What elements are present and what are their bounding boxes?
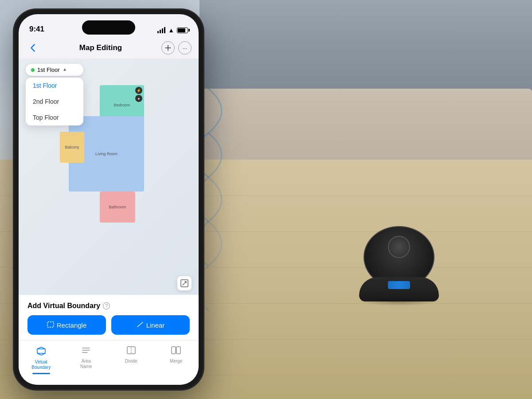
virtual-boundary-tab-icon — [36, 346, 47, 358]
robot-indicator — [388, 281, 410, 289]
divide-tab-label: Divide — [125, 359, 137, 364]
divide-tab-icon — [126, 346, 136, 357]
linear-icon — [137, 321, 144, 329]
room-bathroom[interactable]: Bathroom — [100, 192, 135, 223]
area-name-tab-icon — [81, 346, 91, 357]
floor-item-1st[interactable]: 1st Floor — [26, 78, 83, 94]
svg-rect-8 — [176, 347, 180, 354]
tab-divide[interactable]: Divide — [109, 344, 154, 376]
tab-merge[interactable]: Merge — [154, 344, 199, 376]
linear-button[interactable]: Linear — [111, 315, 190, 335]
nav-bar: Map Editing ··· — [19, 37, 199, 59]
tab-area-name[interactable]: AreaName — [64, 344, 109, 376]
robot-shadow — [359, 297, 439, 306]
bedroom-label: Bedroom — [114, 103, 130, 107]
dynamic-island — [82, 20, 135, 35]
room-balcony[interactable]: Balcony — [60, 132, 84, 163]
floor-selector-label: 1st Floor — [37, 66, 60, 73]
help-icon: ? — [105, 304, 108, 309]
map-area: 1st Floor ▼ 1st Floor 2nd Floor Top Floo… — [19, 59, 199, 295]
more-button[interactable]: ··· — [178, 41, 192, 55]
bottom-panel: Add Virtual Boundary ? Recta — [19, 295, 199, 385]
wifi-icon: ▲ — [168, 27, 174, 34]
battery-icon — [177, 27, 188, 33]
status-time: 9:41 — [29, 25, 44, 34]
status-icons: ▲ — [157, 27, 188, 34]
nav-title: Map Editing — [79, 43, 122, 52]
merge-tab-label: Merge — [170, 359, 182, 364]
svg-rect-7 — [172, 347, 176, 354]
bedroom-icon-1: ⚡ — [135, 87, 142, 94]
svg-rect-1 — [47, 322, 54, 327]
linear-label: Linear — [146, 321, 165, 329]
bathroom-label: Bathroom — [109, 205, 126, 209]
tab-indicator — [32, 373, 50, 374]
chevron-up-icon: ▼ — [63, 67, 67, 72]
robot-turret — [388, 236, 410, 258]
floor-selector[interactable]: 1st Floor ▼ — [26, 64, 83, 76]
rectangle-button[interactable]: Rectangle — [27, 315, 106, 335]
phone: 9:41 ▲ — [13, 9, 204, 390]
floor-item-top[interactable]: Top Floor — [26, 110, 83, 125]
bedroom-icon-2: ● — [135, 95, 142, 102]
phone-shell: 9:41 ▲ — [13, 9, 204, 390]
phone-screen: 9:41 ▲ — [19, 14, 199, 385]
nav-actions: ··· — [161, 41, 192, 55]
add-button[interactable] — [161, 41, 175, 55]
balcony-label: Balcony — [65, 145, 79, 149]
back-button[interactable] — [26, 41, 40, 55]
help-button[interactable]: ? — [103, 302, 110, 309]
area-name-tab-label: AreaName — [80, 359, 92, 369]
signal-icon — [157, 27, 165, 33]
robot-vacuum — [355, 222, 443, 301]
merge-tab-icon — [171, 346, 181, 357]
resize-button[interactable] — [177, 276, 192, 290]
rectangle-icon — [47, 321, 54, 329]
bottom-tabs: VirtualBoundary AreaName — [19, 340, 199, 385]
rectangle-label: Rectangle — [57, 321, 87, 329]
bedroom-icons: ⚡ ● — [135, 87, 142, 102]
floor-menu: 1st Floor 2nd Floor Top Floor — [26, 78, 83, 125]
floor-active-dot — [31, 68, 35, 72]
battery-fill — [178, 28, 185, 32]
floor-dropdown[interactable]: 1st Floor ▼ 1st Floor 2nd Floor Top Floo… — [26, 64, 83, 125]
vb-title: Add Virtual Boundary — [27, 302, 100, 310]
vb-buttons: Rectangle Linear — [27, 315, 190, 335]
tab-virtual-boundary[interactable]: VirtualBoundary — [19, 344, 64, 376]
living-room-label: Living Room — [95, 152, 117, 156]
floor-item-2nd[interactable]: 2nd Floor — [26, 94, 83, 110]
virtual-boundary-tab-label: VirtualBoundary — [31, 360, 51, 370]
vb-header: Add Virtual Boundary ? — [27, 302, 190, 310]
virtual-boundary-section: Add Virtual Boundary ? Recta — [19, 295, 199, 340]
